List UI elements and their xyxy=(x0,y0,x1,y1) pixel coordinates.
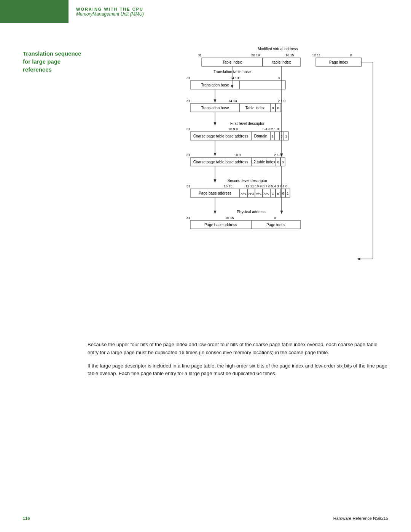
svg-text:Translation base: Translation base xyxy=(201,106,229,110)
svg-text:10 9 8: 10 9 8 xyxy=(228,127,238,131)
svg-text:0: 0 xyxy=(278,76,280,80)
svg-text:AP0: AP0 xyxy=(263,192,269,195)
svg-text:0: 0 xyxy=(277,160,279,164)
svg-text:0: 0 xyxy=(272,106,274,110)
svg-text:16 15: 16 15 xyxy=(224,184,233,188)
svg-rect-46 xyxy=(275,132,279,140)
svg-text:Translation table base: Translation table base xyxy=(213,70,251,74)
svg-text:14 13: 14 13 xyxy=(228,99,237,103)
svg-text:1: 1 xyxy=(285,134,287,138)
svg-text:16 15: 16 15 xyxy=(285,53,294,57)
svg-text:Table index: Table index xyxy=(223,60,242,64)
svg-text:5 4 3 2 1 0: 5 4 3 2 1 0 xyxy=(263,127,279,131)
svg-text:14 13: 14 13 xyxy=(230,76,239,80)
svg-text:12 11: 12 11 xyxy=(312,53,321,57)
svg-text:Domain: Domain xyxy=(254,134,267,138)
svg-text:Coarse page table base address: Coarse page table base address xyxy=(193,160,249,164)
svg-text:2  1 0: 2 1 0 xyxy=(274,153,282,157)
header-bar xyxy=(0,0,68,23)
svg-text:0: 0 xyxy=(277,106,279,110)
svg-text:2  1 0: 2 1 0 xyxy=(278,99,285,103)
svg-text:AP2: AP2 xyxy=(248,192,254,195)
svg-text:31: 31 xyxy=(186,184,190,188)
svg-text:C: C xyxy=(272,192,274,195)
svg-text:0: 0 xyxy=(350,53,352,57)
svg-text:31: 31 xyxy=(186,153,190,157)
doc-title: Hardware Reference NS9215 xyxy=(333,516,388,521)
svg-text:Coarse page table base address: Coarse page table base address xyxy=(193,134,249,138)
header-text: WORKING WITH THE CPU MemoryManagement Un… xyxy=(76,7,144,17)
svg-text:Translation base: Translation base xyxy=(201,83,229,87)
page-number: 116 xyxy=(23,516,30,521)
svg-text:First-level descriptor: First-level descriptor xyxy=(230,121,265,126)
svg-text:31: 31 xyxy=(186,99,190,103)
svg-text:Physical address: Physical address xyxy=(237,210,266,214)
chapter-title: WORKING WITH THE CPU xyxy=(76,7,144,11)
svg-text:31: 31 xyxy=(198,53,202,57)
svg-text:31: 31 xyxy=(186,127,190,131)
svg-text:10 9: 10 9 xyxy=(234,153,241,157)
chapter-subtitle: MemoryManagement Unit (MMU) xyxy=(76,11,144,17)
svg-text:Page  index: Page index xyxy=(329,60,348,64)
svg-text:Page index: Page index xyxy=(266,223,285,227)
svg-text:31: 31 xyxy=(186,216,190,220)
svg-text:Second-level descriptor: Second-level descriptor xyxy=(228,179,268,183)
footer: 116 Hardware Reference NS9215 xyxy=(23,516,388,521)
svg-text:Page base address: Page base address xyxy=(204,223,237,227)
section-title: Translation sequence for large page refe… xyxy=(23,50,84,73)
svg-rect-22 xyxy=(240,81,285,89)
modified-va-label: Modified virtual address xyxy=(258,47,298,51)
svg-text:0: 0 xyxy=(282,160,284,164)
svg-text:12 11 10 9  8  7  6  5  4  3  : 12 11 10 9 8 7 6 5 4 3 2 1 0 xyxy=(245,184,287,188)
svg-text:0: 0 xyxy=(282,192,284,195)
svg-text:Page base address: Page base address xyxy=(199,191,231,195)
svg-text:16 15: 16 15 xyxy=(225,216,234,220)
svg-text:table index: table index xyxy=(272,60,291,64)
svg-text:Table index: Table index xyxy=(245,106,265,110)
svg-text:AP1: AP1 xyxy=(256,192,262,195)
svg-text:0: 0 xyxy=(280,134,282,138)
body-text: Because the upper four bits of the page … xyxy=(88,341,388,383)
svg-text:31: 31 xyxy=(186,76,190,80)
diagram-area: Modified virtual address 31 20 19 16 15 … xyxy=(88,46,392,329)
paragraph-1: Because the upper four bits of the page … xyxy=(88,341,388,357)
svg-text:L2 table index: L2 table index xyxy=(252,160,275,164)
svg-text:B: B xyxy=(277,192,279,195)
svg-text:0: 0 xyxy=(274,216,276,220)
svg-text:1: 1 xyxy=(287,192,288,195)
svg-text:20 19: 20 19 xyxy=(251,53,260,57)
svg-text:1: 1 xyxy=(271,134,273,138)
svg-text:AP3: AP3 xyxy=(241,192,247,195)
paragraph-2: If the large page descriptor is included… xyxy=(88,362,388,378)
